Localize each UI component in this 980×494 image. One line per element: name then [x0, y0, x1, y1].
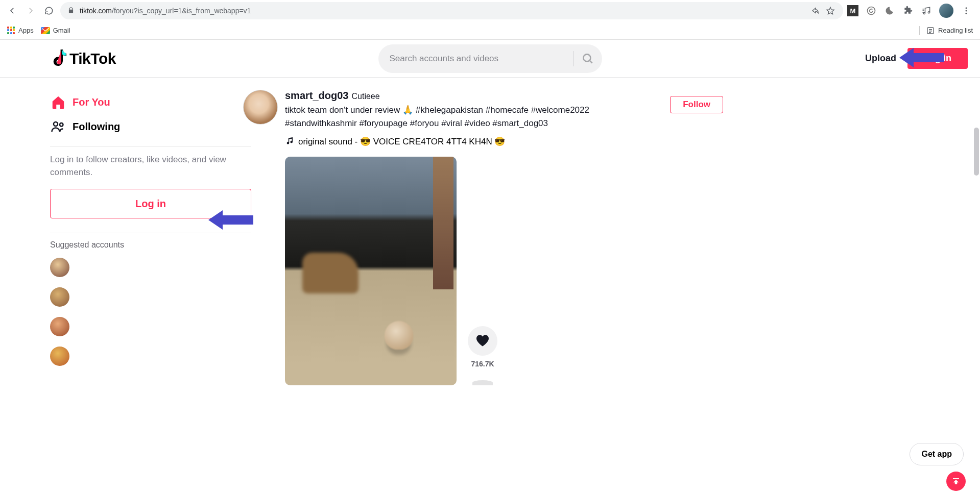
extension-moon-icon[interactable] — [884, 5, 895, 16]
reload-button[interactable] — [42, 4, 56, 18]
extensions-area: M — [847, 4, 975, 18]
post-displayname: Cutieee — [352, 92, 380, 101]
tiktok-body: For You Following Log in to follow creat… — [0, 78, 980, 385]
suggested-account-avatar[interactable] — [50, 317, 69, 336]
svg-point-2 — [928, 12, 929, 13]
svg-point-0 — [868, 7, 875, 15]
forward-button[interactable] — [23, 4, 38, 18]
search-bar — [378, 44, 602, 73]
bookmark-apps[interactable]: Apps — [7, 27, 34, 35]
gmail-icon — [41, 27, 50, 34]
media-control-icon[interactable] — [921, 5, 932, 16]
home-icon — [50, 94, 66, 110]
post-sound[interactable]: original sound - 😎 VOICE CRE4TOR 4TT4 KH… — [285, 136, 723, 147]
scrollbar-thumb[interactable] — [974, 128, 979, 176]
suggested-account-avatar[interactable] — [50, 258, 69, 277]
browser-toolbar: tiktok.com/foryou?is_copy_url=1&is_from_… — [0, 0, 980, 21]
search-button[interactable] — [573, 44, 602, 73]
like-count: 716.7K — [471, 360, 494, 368]
nav-for-you[interactable]: For You — [50, 90, 182, 114]
comment-button-partial[interactable] — [472, 380, 493, 385]
nav-following[interactable]: Following — [50, 114, 182, 139]
sidebar: For You Following Log in to follow creat… — [0, 78, 182, 385]
apps-grid-icon — [7, 27, 15, 35]
nav-label: For You — [73, 96, 110, 108]
music-note-icon — [285, 136, 294, 147]
bookmark-label: Gmail — [53, 27, 70, 34]
suggested-accounts-heading: Suggested accounts — [50, 240, 182, 250]
extensions-puzzle-icon[interactable] — [902, 5, 914, 16]
bookmark-gmail[interactable]: Gmail — [41, 27, 70, 34]
reading-list-button[interactable]: Reading list — [919, 26, 973, 35]
nav-label: Following — [73, 121, 120, 133]
tiktok-logo-text: TikTok — [69, 50, 116, 67]
reading-list-label: Reading list — [938, 27, 973, 34]
tiktok-logo[interactable]: TikTok — [51, 50, 116, 68]
post-sound-text: original sound - 😎 VOICE CRE4TOR 4TT4 KH… — [298, 136, 505, 147]
feed: smart_dog03 Cutieee tiktok team don't un… — [182, 78, 980, 385]
post-user-row: smart_dog03 Cutieee — [285, 90, 723, 102]
reading-list-icon — [926, 26, 935, 35]
post-author-avatar[interactable] — [243, 90, 278, 125]
video-player[interactable] — [285, 157, 457, 385]
post-video-row: 716.7K — [285, 157, 723, 385]
like-button[interactable] — [468, 326, 497, 356]
svg-point-4 — [966, 10, 967, 12]
url-text: tiktok.com/foryou?is_copy_url=1&is_from_… — [80, 7, 251, 15]
extension-m-icon[interactable]: M — [847, 5, 858, 16]
svg-point-9 — [60, 123, 63, 127]
search-input[interactable] — [378, 54, 573, 64]
svg-point-3 — [966, 7, 967, 9]
bookmarks-bar: Apps Gmail Reading list — [0, 21, 980, 40]
tiktok-note-icon — [51, 50, 67, 68]
grammarly-icon[interactable] — [866, 5, 877, 16]
chrome-menu-icon[interactable] — [961, 5, 972, 16]
suggested-account-avatar[interactable] — [50, 347, 69, 366]
lock-icon — [67, 7, 75, 15]
star-icon[interactable] — [825, 5, 836, 16]
address-bar[interactable]: tiktok.com/foryou?is_copy_url=1&is_from_… — [60, 2, 843, 19]
back-button[interactable] — [5, 4, 19, 18]
profile-avatar[interactable] — [939, 4, 953, 18]
svg-point-7 — [583, 54, 590, 61]
share-icon[interactable] — [808, 5, 820, 16]
annotation-arrow-header-login — [899, 46, 944, 69]
suggested-account-avatar[interactable] — [50, 287, 69, 307]
people-icon — [50, 118, 66, 135]
svg-point-5 — [966, 13, 967, 14]
upload-link[interactable]: Upload — [865, 53, 896, 64]
video-content-placeholder — [302, 253, 358, 293]
tiktok-header: TikTok Upload Log in — [0, 40, 980, 78]
post-actions: 716.7K — [468, 326, 497, 385]
bookmark-label: Apps — [18, 27, 34, 34]
post-caption: tiktok team don't under review 🙏 #kheleg… — [285, 104, 612, 131]
svg-point-8 — [54, 122, 58, 126]
post-content: smart_dog03 Cutieee tiktok team don't un… — [285, 90, 723, 385]
follow-button[interactable]: Follow — [670, 96, 723, 113]
post-username[interactable]: smart_dog03 — [285, 90, 349, 102]
video-post: smart_dog03 Cutieee tiktok team don't un… — [243, 90, 723, 385]
